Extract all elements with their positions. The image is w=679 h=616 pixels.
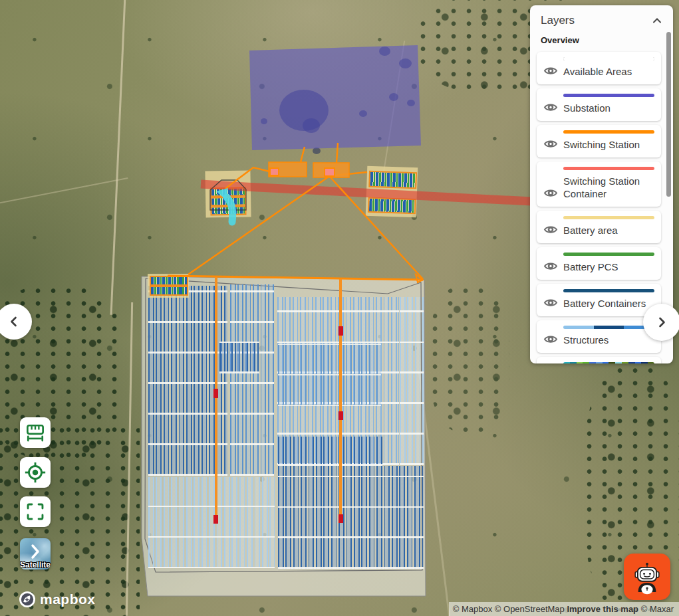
layer-label: Structures [563,334,654,346]
layer-label: Battery Containers [563,297,654,310]
battery-container-row [150,276,188,286]
layer-label: Battery PCS [563,260,654,273]
battery-container-row [210,197,246,207]
chevron-left-icon [7,315,21,328]
tree-cluster [430,286,509,432]
battery-area-array [148,274,189,298]
measure-button[interactable] [20,417,51,448]
structures-block [148,477,275,568]
layer-color-swatch [563,326,654,329]
layer-visibility-toggle[interactable] [543,138,563,151]
layer-item[interactable]: Battery Containers [537,284,661,316]
layer-item[interactable]: Available Areas [537,52,661,84]
battery-container-row [368,197,416,214]
layer-visibility-toggle[interactable] [543,187,563,200]
layer-color-swatch [563,57,654,60]
improve-this-map-link[interactable]: Improve this map [567,604,638,614]
layer-item[interactable]: Battery area [537,211,661,243]
battery-container-row [210,206,246,216]
layer-label: Substation [563,102,654,114]
shrub-blob [379,47,390,56]
eye-icon [543,187,558,199]
attribution-maxar[interactable]: © Maxar [641,604,674,614]
layer-color-swatch [563,289,654,292]
eye-icon [543,297,558,308]
layer-item[interactable]: Switching Station Container [537,161,661,207]
layer-color-swatch [563,130,654,134]
shrub-blob [303,118,320,133]
layer-visibility-toggle[interactable] [543,260,563,273]
layer-item[interactable]: Low voltage groups [537,357,661,363]
layer-color-swatch [563,253,654,256]
eye-icon [543,260,558,272]
attribution-mapbox[interactable]: © Mapbox [453,604,492,614]
battery-area-left [205,170,251,217]
fullscreen-button[interactable] [20,496,51,527]
shrub-blob [359,110,367,117]
pan-right-button[interactable] [643,304,679,341]
layer-color-swatch [563,362,654,363]
shrub-blob [389,93,398,101]
layer-visibility-toggle[interactable] [543,334,563,346]
structures-block [278,437,382,466]
mapbox-wordmark: mapbox [40,591,96,607]
panel-scrollbar-thumb[interactable] [666,32,671,197]
shrub-blob [407,100,415,106]
satellite-style-toggle[interactable]: Satellite [20,538,51,569]
locate-button[interactable] [20,457,51,488]
structures-block [148,286,227,476]
battery-area-right [366,166,418,218]
eye-icon [543,102,558,113]
layer-item[interactable]: Structures [537,320,661,353]
structures-block [219,342,259,373]
eye-icon [543,138,558,150]
mapbox-logo[interactable]: mapbox [19,591,96,608]
satellite-label: Satellite [20,560,51,569]
structures-block [230,284,274,476]
layer-label: Available Areas [563,65,654,78]
layer-visibility-toggle[interactable] [543,65,563,78]
layer-item[interactable]: Battery PCS [537,247,661,280]
layer-label: Battery area [563,224,654,237]
layers-section-title: Overview [530,31,673,52]
mapbox-logo-icon [19,591,36,608]
layer-item[interactable]: Substation [537,88,661,121]
robot-icon [630,559,664,595]
eye-icon [543,334,558,345]
eye-icon [543,224,558,235]
layer-visibility-toggle[interactable] [543,297,563,310]
layer-item[interactable]: Switching Station [537,125,661,157]
shrub-blob [261,118,267,124]
layer-color-swatch [563,167,654,170]
battery-container-row [210,187,246,197]
attribution-osm[interactable]: © OpenStreetMap [495,604,565,614]
battery-container-row [368,171,417,189]
assistant-chat-button[interactable] [624,554,670,600]
layer-color-swatch [563,216,654,219]
structures-block [400,297,424,465]
collapse-panel-chevron-up-icon[interactable] [650,14,664,27]
gps-target-icon [23,461,47,484]
layer-color-swatch [563,94,654,97]
map-attribution: © Mapbox © OpenStreetMap Improve this ma… [449,602,679,616]
ruler-measure-icon [24,421,47,444]
layer-visibility-toggle[interactable] [543,102,563,114]
layer-label: Switching Station [563,138,654,151]
structures-block [278,343,381,406]
structures-block [278,466,424,569]
battery-container-row [150,286,188,296]
layer-visibility-toggle[interactable] [543,224,563,237]
chevron-right-icon [20,542,51,562]
fullscreen-icon [25,501,46,522]
shrub-blob [399,58,412,68]
layer-label: Switching Station Container [563,175,654,200]
eye-icon [543,65,558,76]
layers-panel-title: Layers [541,14,575,27]
chevron-right-icon [655,316,668,329]
shrub-blob [313,148,321,154]
